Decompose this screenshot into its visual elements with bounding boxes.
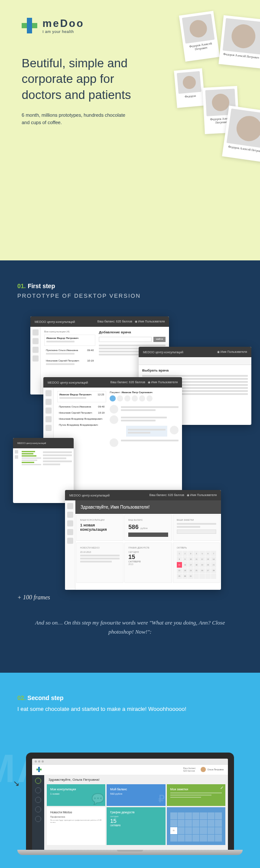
polaroid-photo: Федоров Алексей Петрович <box>218 15 260 69</box>
tile-news: Новости Medoo Профилактика На основе буд… <box>47 807 105 845</box>
card-consultations: ВАШИ КОНСУЛЬТАЦИИ 1 новая консультация <box>76 515 124 541</box>
dashboard-greeting: Здравствуйте, Ольга Петровна! <box>47 778 225 782</box>
polaroid-photo: Федоров Алексей Петрович <box>222 105 260 163</box>
polaroid-photo: Федоров <box>174 68 205 108</box>
edit-icon <box>220 786 224 789</box>
card-calendar: ОКТЯБРЬ 1234567 891011121314 15161718192… <box>173 542 220 583</box>
brand-tagline: I am your health <box>42 30 84 34</box>
arrow-icon: ↘ <box>13 779 20 788</box>
logo-cross-icon <box>36 767 42 772</box>
card-balance: ВАШ БАЛАНС 586 рубля <box>124 515 172 541</box>
card-duty: ГРАФИК ДЕЖУРСТВ СЕГОДНЯ 15 ОКТЯБРЯ 2013 <box>124 542 172 583</box>
card-news: НОВОСТИ MEDOO 23.10.2013 <box>76 542 124 583</box>
sidebar-icon <box>35 778 41 784</box>
card-notes: ВАШИ ЗАМЕТКИ <box>173 515 220 541</box>
laptop-base <box>17 850 243 855</box>
dashboard-greeting: Здравствуйте, Имя Пользователя! <box>75 500 221 514</box>
app-sidebar <box>32 775 44 850</box>
step2-heading: 02. Second step <box>17 694 243 701</box>
step1-heading: 01. First step <box>17 282 243 290</box>
sidebar-icon <box>35 816 41 822</box>
step1-subtitle: PROTOTYPE OF DESKTOP VERSION <box>17 293 243 299</box>
browser-chrome <box>32 759 228 765</box>
prototype-dashboard: MEDOO центр консультацийВаш баланс: 620 … <box>65 490 221 590</box>
tile-balance: Мой баланс 563 рубля ₽ <box>107 784 165 806</box>
sidebar-icon <box>35 806 41 812</box>
user-chip: Ольга Петровна <box>201 767 224 772</box>
tile-duty: График дежурств СЕГОДНЯ 15 ОКТЯБРЯ <box>107 807 165 845</box>
sidebar-icon <box>35 787 41 793</box>
closing-quote: And so on… On this step my favourite wor… <box>17 618 243 637</box>
step2-description: I eat some chocolate and started to make… <box>17 705 243 713</box>
step1-section: 01. First step PROTOTYPE OF DESKTOP VERS… <box>0 260 260 673</box>
frames-count: + 100 frames <box>17 594 243 601</box>
app-logo <box>36 767 42 772</box>
tile-calendar: 15 <box>167 807 225 845</box>
hero-subtitle: 6 month, millions prototypes, hundreds c… <box>22 112 130 126</box>
avatar <box>201 767 206 772</box>
laptop-mockup: ↘ Ваш баланс:620 баллов Ольга Петровна <box>26 753 234 855</box>
tile-consultations: Мои консультации 1 новая 💬 <box>47 784 105 806</box>
app-header: Ваш баланс:620 баллов Ольга Петровна <box>32 765 228 775</box>
tile-notes: Мои заметки <box>167 784 225 806</box>
prototype-screenshot: MEDOO центр консультаций <box>13 438 74 503</box>
hero-section: meDoo I am your health Beutiful, simple … <box>0 0 260 260</box>
hero-title: Beutiful, simple and corporate app for d… <box>22 56 143 103</box>
step2-section: 02. Second step I eat some chocolate and… <box>0 673 260 868</box>
polaroid-photo: Федоров Алексей Петрович <box>179 11 220 62</box>
prototype-stack: MEDOO центр консультацийВаш баланс: 620 … <box>17 316 243 585</box>
brand-name: meDoo <box>42 17 84 30</box>
logo-cross-icon <box>22 18 37 33</box>
sidebar-icon <box>35 797 41 803</box>
